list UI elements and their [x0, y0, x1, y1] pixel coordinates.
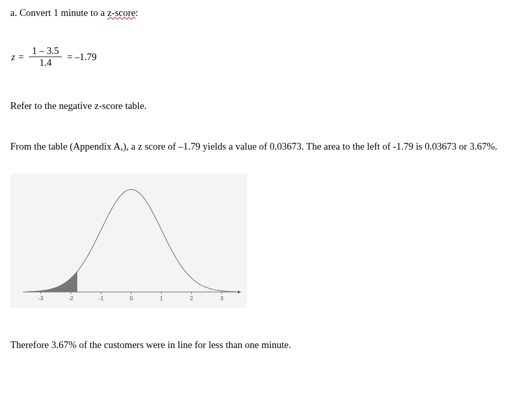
heading-underlined: z-score — [107, 7, 135, 18]
zscore-formula: z = 1 – 3.5 1.4 = –1.79 — [11, 46, 517, 69]
formula-fraction: 1 – 3.5 1.4 — [29, 46, 62, 69]
formula-numerator: 1 – 3.5 — [29, 46, 62, 58]
question-heading: a. Convert 1 minute to a z-score: — [10, 6, 517, 20]
formula-denominator: 1.4 — [39, 57, 51, 68]
heading-suffix: : — [135, 7, 138, 18]
conclusion-text: Therefore 3.67% of the customers were in… — [10, 338, 517, 352]
formula-equals-1: = — [18, 51, 24, 63]
svg-text:-3: -3 — [38, 295, 43, 301]
paragraph-table-result: From the table (Appendix A,), a z score … — [10, 140, 517, 153]
svg-text:3: 3 — [220, 295, 223, 301]
normal-distribution-chart: -3-2-10123 — [10, 174, 247, 307]
svg-text:2: 2 — [190, 295, 193, 301]
formula-variable: z — [11, 51, 15, 63]
heading-prefix: a. Convert 1 minute to a — [10, 7, 107, 18]
svg-text:1: 1 — [160, 295, 163, 301]
formula-result: –1.79 — [75, 51, 97, 63]
svg-text:-1: -1 — [99, 295, 104, 301]
paragraph-refer-table: Refer to the negative z-score table. — [10, 99, 517, 113]
formula-equals-2: = — [67, 51, 73, 63]
svg-text:-2: -2 — [68, 295, 74, 301]
svg-text:0: 0 — [130, 295, 133, 301]
